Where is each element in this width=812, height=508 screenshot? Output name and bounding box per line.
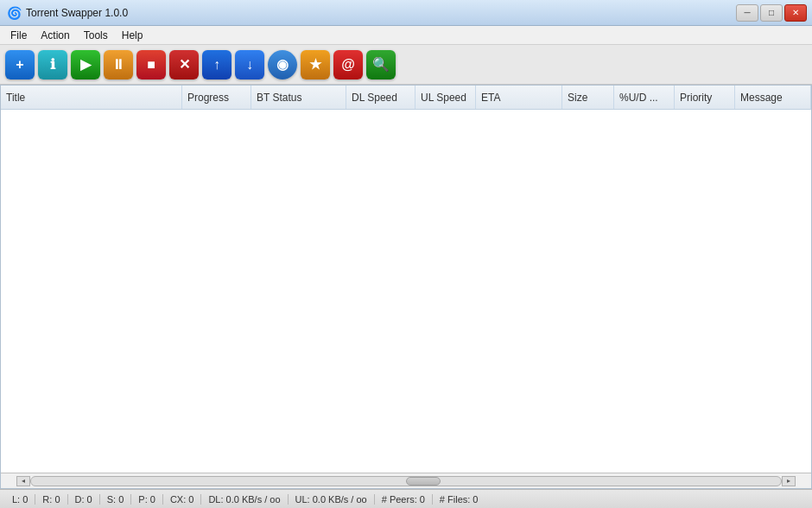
status-ul: UL: 0.0 KB/s / oo — [289, 494, 375, 505]
status-p: P: 0 — [131, 494, 163, 505]
menu-item-file[interactable]: File — [3, 28, 34, 43]
title-bar: 🌀 Torrent Swapper 1.0.0 ─ □ ✕ — [0, 0, 812, 26]
status-bar: L: 0R: 0D: 0S: 0P: 0CX: 0DL: 0.0 KB/s / … — [0, 489, 812, 508]
hscroll-thumb[interactable] — [406, 477, 441, 486]
info-button[interactable]: ℹ — [38, 50, 67, 79]
status-files: # Files: 0 — [433, 494, 485, 505]
star-button[interactable]: ★ — [301, 50, 330, 79]
status-dl: DL: 0.0 KB/s / oo — [201, 494, 288, 505]
status-s: S: 0 — [100, 494, 132, 505]
col-header-btstatus[interactable]: BT Status — [251, 86, 346, 109]
col-header-dlspeed[interactable]: DL Speed — [346, 86, 416, 109]
down-button[interactable]: ↓ — [235, 50, 264, 79]
menu-item-help[interactable]: Help — [115, 28, 150, 43]
app-icon: 🌀 — [7, 6, 21, 20]
menu-item-tools[interactable]: Tools — [77, 28, 115, 43]
col-header-ulspeed[interactable]: UL Speed — [416, 86, 476, 109]
col-header-size[interactable]: Size — [562, 86, 614, 109]
add-button[interactable]: + — [5, 50, 35, 79]
hscroll-area: ◂ ▸ — [1, 473, 811, 488]
start-button[interactable]: ▶ — [71, 50, 100, 79]
status-r: R: 0 — [35, 494, 67, 505]
title-text: Torrent Swapper 1.0.0 — [26, 7, 805, 19]
maximize-button[interactable]: □ — [760, 4, 783, 22]
col-header-title[interactable]: Title — [1, 86, 182, 109]
main-area: TitleProgressBT StatusDL SpeedUL SpeedET… — [0, 85, 812, 489]
remove-button[interactable]: ✕ — [169, 50, 199, 79]
col-header-pct[interactable]: %U/D ... — [614, 86, 675, 109]
status-cx: CX: 0 — [163, 494, 202, 505]
col-header-message[interactable]: Message — [735, 86, 811, 109]
col-header-priority[interactable]: Priority — [675, 86, 735, 109]
status-d: D: 0 — [68, 494, 100, 505]
window-controls: ─ □ ✕ — [736, 4, 807, 22]
table-header: TitleProgressBT StatusDL SpeedUL SpeedET… — [1, 86, 811, 110]
search-button[interactable]: 🔍 — [366, 50, 396, 79]
stop-button[interactable]: ■ — [136, 50, 166, 79]
menu-bar: FileActionToolsHelp — [0, 26, 812, 45]
hscroll-track[interactable] — [30, 476, 782, 486]
col-header-progress[interactable]: Progress — [182, 86, 251, 109]
peers-button[interactable]: ◉ — [268, 50, 297, 79]
table-body[interactable] — [1, 110, 811, 473]
minimize-button[interactable]: ─ — [736, 4, 758, 22]
hscroll-right[interactable]: ▸ — [782, 476, 796, 486]
menu-item-action[interactable]: Action — [34, 28, 76, 43]
toolbar: +ℹ▶⏸■✕↑↓◉★@🔍 — [0, 45, 812, 85]
pause-button[interactable]: ⏸ — [104, 50, 133, 79]
hscroll-left[interactable]: ◂ — [16, 476, 30, 486]
status-l: L: 0 — [5, 494, 35, 505]
close-button[interactable]: ✕ — [784, 4, 807, 22]
at-button[interactable]: @ — [333, 50, 363, 79]
status-peers: # Peers: 0 — [375, 494, 433, 505]
up-button[interactable]: ↑ — [202, 50, 232, 79]
col-header-eta[interactable]: ETA — [476, 86, 562, 109]
